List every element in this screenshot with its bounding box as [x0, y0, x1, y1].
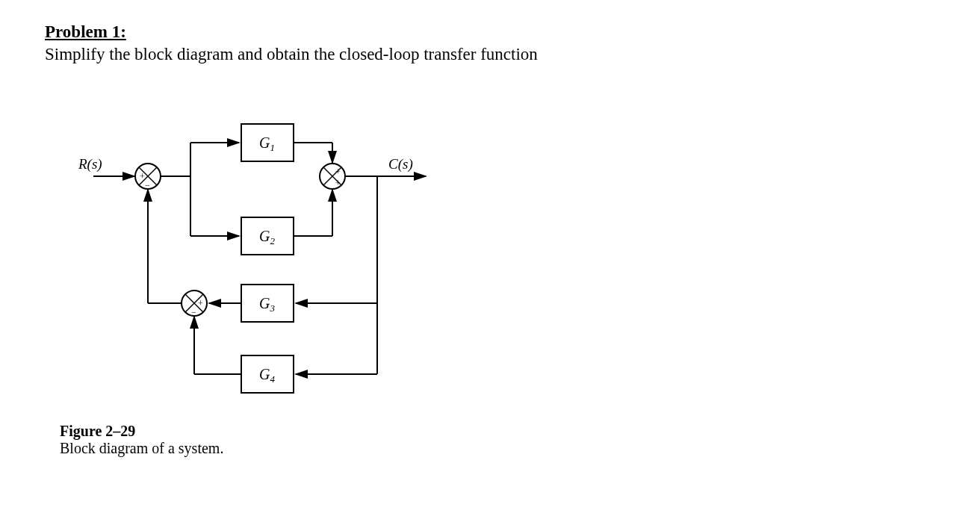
block-g1: G1: [241, 124, 294, 161]
block-diagram: R(s) + − G1 G2: [60, 94, 508, 415]
block-g4: G4: [241, 355, 294, 393]
output-label: C(s): [388, 156, 413, 173]
summing-junction-2: + +: [320, 164, 345, 189]
problem-heading: Problem 1:: [45, 22, 935, 42]
figure-caption: Figure 2–29 Block diagram of a system.: [60, 423, 935, 457]
figure-text: Block diagram of a system.: [60, 440, 935, 457]
svg-text:+: +: [335, 178, 341, 188]
problem-prompt: Simplify the block diagram and obtain th…: [45, 45, 935, 64]
svg-text:−: −: [191, 307, 196, 317]
svg-text:+: +: [335, 167, 341, 177]
block-g3: G3: [241, 285, 294, 322]
figure-number: Figure 2–29: [60, 423, 935, 440]
summing-junction-1: + −: [135, 164, 161, 190]
block-g2: G2: [241, 217, 294, 255]
problem-title: Problem 1:: [45, 22, 126, 41]
input-label: R(s): [78, 156, 102, 173]
svg-text:+: +: [198, 298, 203, 308]
block-diagram-svg: R(s) + − G1 G2: [60, 94, 508, 415]
svg-text:−: −: [145, 180, 150, 190]
svg-text:+: +: [140, 171, 145, 181]
summing-junction-3: + −: [182, 291, 207, 317]
